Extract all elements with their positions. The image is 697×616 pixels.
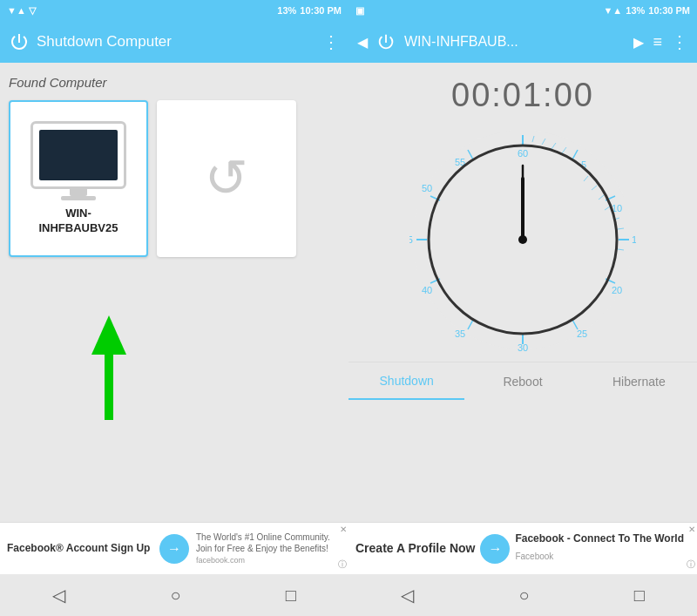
left-ad-site: facebook.com — [196, 556, 245, 565]
computer-name: WIN-INHFBAUBV25 — [38, 206, 118, 236]
right-doc-icon[interactable]: ≡ — [653, 33, 662, 51]
left-ad-text: Facebook® Account Sign Up — [7, 542, 152, 556]
right-more-icon[interactable]: ⋮ — [671, 31, 688, 52]
left-ad-arrow-btn[interactable]: → — [159, 534, 189, 564]
right-ad-arrow-symbol: → — [488, 541, 502, 557]
refresh-card[interactable]: ↻ — [157, 100, 296, 257]
svg-text:35: 35 — [455, 328, 465, 339]
svg-text:30: 30 — [518, 342, 528, 353]
left-nav-bar: ◁ ○ □ — [0, 574, 348, 616]
tab-reboot[interactable]: Reboot — [464, 364, 580, 399]
left-time: 10:30 PM — [300, 5, 342, 16]
right-back-icon[interactable]: ◀ — [357, 34, 368, 51]
right-ad-info[interactable]: ⓘ — [687, 558, 695, 571]
monitor-body — [30, 121, 126, 189]
left-home-btn[interactable]: ○ — [152, 579, 198, 613]
svg-text:25: 25 — [577, 328, 587, 339]
right-content: 00:01:00 60 5 10 15 — [348, 63, 697, 522]
left-more-icon[interactable]: ⋮ — [322, 31, 340, 52]
right-nav-bar: ◁ ○ □ — [348, 574, 697, 616]
right-status-right: ▼▲ 13% 10:30 PM — [603, 5, 690, 16]
left-ad-sub-text: The World's #1 Online Community. Join fo… — [196, 531, 342, 566]
right-back-btn[interactable]: ◁ — [383, 578, 431, 613]
right-ad-arrow-btn[interactable]: → — [480, 534, 510, 564]
clock-container: 60 5 10 15 20 25 30 — [409, 126, 636, 353]
right-ad-title: Create A Profile Now — [355, 540, 475, 556]
right-ad-site: Facebook — [515, 552, 553, 561]
svg-marker-1 — [91, 315, 126, 355]
left-ad-banner[interactable]: Facebook® Account Sign Up → The World's … — [0, 522, 348, 574]
right-app-title: WIN-INHFBAUB... — [404, 34, 625, 50]
left-status-right: 13% 10:30 PM — [277, 5, 342, 16]
left-app-title: Shutdown Computer — [37, 33, 315, 51]
right-ad-close[interactable]: ✕ — [688, 525, 695, 534]
right-battery: 13% — [626, 5, 645, 16]
right-status-left: ▣ — [355, 5, 364, 17]
timer-display: 00:01:00 — [451, 77, 594, 114]
svg-text:60: 60 — [518, 148, 528, 159]
right-photo-icon: ▣ — [355, 5, 364, 17]
svg-text:45: 45 — [409, 234, 413, 245]
left-status-bar: ▼▲ ▽ 13% 10:30 PM — [0, 0, 348, 21]
left-content: Found Computer WIN-INHFBAUBV25 ↻ — [0, 63, 348, 522]
right-recents-btn[interactable]: □ — [617, 579, 662, 613]
wifi-icon: ▼▲ ▽ — [7, 5, 36, 17]
power-icon — [9, 31, 30, 52]
right-ad-info-block: Facebook - Connect To The World Facebook — [515, 532, 690, 564]
monitor-base — [61, 196, 96, 200]
left-battery: 13% — [277, 5, 296, 16]
right-app-bar: ◀ WIN-INHFBAUB... ▶ ≡ ⋮ — [348, 21, 697, 63]
svg-text:20: 20 — [612, 285, 622, 295]
monitor-image — [30, 121, 126, 200]
right-ad-banner[interactable]: Create A Profile Now → Facebook - Connec… — [348, 522, 697, 574]
right-time: 10:30 PM — [648, 5, 690, 16]
right-status-bar: ▣ ▼▲ 13% 10:30 PM — [348, 0, 697, 21]
green-arrow-container — [83, 307, 135, 432]
right-signal: ▼▲ — [603, 5, 622, 16]
svg-point-42 — [518, 235, 527, 244]
left-ad-title: Facebook® Account Sign Up — [7, 542, 152, 556]
green-arrow-icon — [83, 307, 135, 429]
svg-text:40: 40 — [422, 285, 432, 295]
clock-face: 60 5 10 15 20 25 30 — [409, 126, 636, 353]
right-power-icon — [376, 32, 396, 51]
left-status-left: ▼▲ ▽ — [7, 5, 36, 17]
refresh-icon: ↻ — [205, 152, 248, 205]
left-ad-info[interactable]: ⓘ — [338, 558, 347, 571]
svg-text:50: 50 — [422, 183, 432, 193]
left-ad-close[interactable]: ✕ — [340, 525, 347, 534]
monitor-screen — [39, 130, 118, 180]
monitor-stand — [70, 189, 87, 196]
left-ad-arrow-symbol: → — [167, 541, 181, 557]
computer-grid: WIN-INHFBAUBV25 ↻ — [9, 100, 340, 257]
found-label: Found Computer — [9, 75, 340, 90]
right-play-icon[interactable]: ▶ — [633, 34, 644, 51]
tabs-bar: Shutdown Reboot Hibernate — [348, 362, 697, 400]
right-home-btn[interactable]: ○ — [501, 579, 546, 613]
left-app-bar: Shutdown Computer ⋮ — [0, 21, 348, 63]
right-panel: ▣ ▼▲ 13% 10:30 PM ◀ WIN-INHFBAUB... ▶ ≡ … — [348, 0, 697, 616]
computer-card[interactable]: WIN-INHFBAUBV25 — [9, 100, 148, 257]
left-recents-btn[interactable]: □ — [268, 579, 314, 613]
svg-marker-0 — [105, 355, 113, 420]
svg-text:15: 15 — [632, 234, 636, 245]
tab-hibernate[interactable]: Hibernate — [581, 364, 697, 399]
tab-shutdown[interactable]: Shutdown — [348, 363, 464, 400]
left-back-btn[interactable]: ◁ — [35, 578, 83, 613]
right-ad-sub-title: Facebook - Connect To The World — [515, 532, 690, 546]
left-panel: ▼▲ ▽ 13% 10:30 PM Shutdown Computer ⋮ Fo… — [0, 0, 348, 616]
